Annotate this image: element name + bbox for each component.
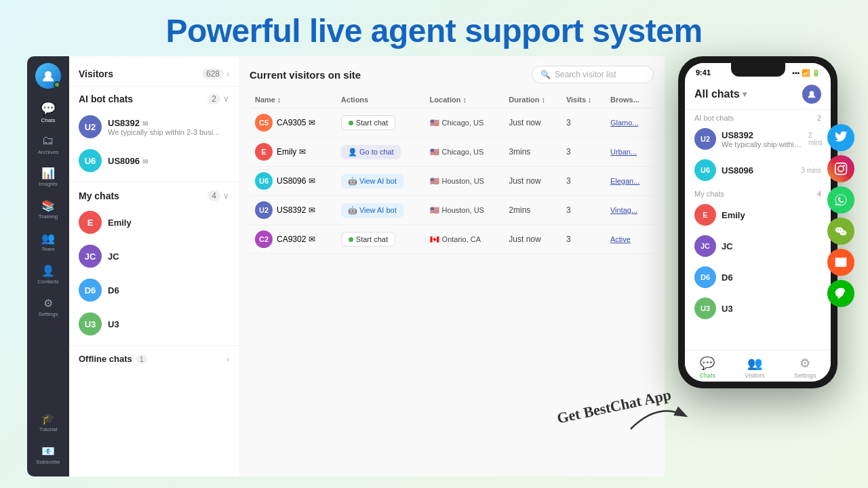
- visitors-header: Current visitors on site 🔍 Search visito…: [250, 66, 654, 83]
- view-ai-bot-button[interactable]: 🤖 View AI bot: [341, 203, 403, 218]
- search-bar[interactable]: 🔍 Search visitor list: [532, 66, 654, 83]
- svg-point-4: [843, 165, 845, 167]
- phone-list-item[interactable]: D6 D6: [685, 262, 831, 293]
- location-cell: 🇺🇸 Chicago, US: [430, 119, 498, 127]
- browser-link[interactable]: Elegan...: [610, 177, 639, 185]
- phone-chat-time: 3 mins: [802, 167, 821, 174]
- offline-chats-row[interactable]: Offline chats 1 ›: [69, 350, 239, 368]
- svg-point-6: [840, 230, 846, 236]
- status-dot: [349, 237, 353, 242]
- whatsapp-icon[interactable]: [827, 186, 854, 214]
- list-item[interactable]: U3 U3: [69, 307, 239, 341]
- phone-app-header: All chats ▾: [685, 79, 831, 110]
- list-item[interactable]: JC JC: [69, 239, 239, 273]
- sidebar-item-tutorial[interactable]: 🎓 Tutorial: [33, 407, 63, 437]
- wechat-icon[interactable]: [827, 218, 854, 245]
- line-icon[interactable]: [827, 280, 854, 307]
- ai-bot-chevron-icon: ∨: [223, 94, 229, 104]
- start-chat-button[interactable]: Start chat: [341, 232, 395, 247]
- chat-item-preview: We typically ship within 2-3 busi...: [108, 128, 229, 136]
- avatar: U3: [79, 312, 102, 336]
- phone-nav-settings[interactable]: ⚙ Settings: [794, 356, 816, 379]
- avatar: U2: [79, 115, 102, 138]
- sidebar-item-settings[interactable]: ⚙ Settings: [33, 292, 63, 322]
- svg-point-7: [837, 230, 839, 231]
- sidebar-item-contacts[interactable]: 👤 Contacts: [33, 260, 63, 289]
- visitors-label: Visitors: [79, 68, 113, 79]
- divider: [69, 86, 239, 87]
- phone-nav-visitors[interactable]: 👥 Visitors: [745, 356, 764, 379]
- browser-link[interactable]: Vintag...: [610, 206, 637, 214]
- sidebar-settings-label: Settings: [39, 311, 58, 317]
- list-item[interactable]: U6 US8096 ✉: [69, 144, 239, 178]
- phone-list-item[interactable]: U2 US8392 We typically ship within 2-3 b…: [685, 123, 831, 155]
- page-title: Powerful live agent support system: [27, 12, 841, 49]
- start-chat-button[interactable]: Start chat: [341, 115, 395, 130]
- phone-mockup: Get BestChat App 9:41 ▪▪▪ 📶 🔋: [678, 56, 841, 476]
- phone-my-chats-count: 4: [817, 190, 821, 198]
- offline-chats-label: Offline chats: [79, 354, 132, 364]
- sidebar-item-insights[interactable]: 📊 Insights: [33, 162, 63, 192]
- phone-nav-chats[interactable]: 💬 Chats: [700, 356, 716, 379]
- phone-list-item[interactable]: JC JC: [685, 230, 831, 262]
- visitor-id: US8392 ✉: [277, 205, 315, 215]
- sidebar-item-team[interactable]: 👥 Team: [33, 227, 63, 257]
- table-row: U2US8392 ✉ 🤖 View AI bot 🇺🇸 Houston, US …: [250, 196, 654, 225]
- avatar: U2: [255, 201, 273, 219]
- list-item[interactable]: E Emily: [69, 205, 239, 239]
- browser-link[interactable]: Glamo...: [610, 119, 639, 127]
- table-row: C2CA9302 ✉ Start chat 🇨🇦 Ontario, CA Jus…: [250, 225, 654, 254]
- location-cell: 🇺🇸 Houston, US: [430, 206, 498, 215]
- chat-item-text: D6: [108, 285, 229, 296]
- chat-item-name: US8096 ✉: [108, 156, 229, 166]
- visitors-chevron-icon: ›: [226, 69, 229, 79]
- list-item[interactable]: U2 US8392 ✉ We typically ship within 2-3…: [69, 110, 239, 144]
- visitor-id: US8096 ✉: [277, 176, 315, 186]
- visitor-id: Emily ✉: [277, 147, 306, 157]
- visitor-id: CA9302 ✉: [277, 235, 315, 244]
- email-icon[interactable]: [827, 249, 854, 276]
- view-ai-bot-button[interactable]: 🤖 View AI bot: [341, 174, 403, 188]
- list-item[interactable]: D6 D6: [69, 273, 239, 307]
- avatar: U3: [694, 298, 716, 319]
- chat-list-panel: Visitors 628 › AI bot chats 2 ∨ U2 US839…: [69, 56, 239, 476]
- visitor-name-cell: EEmily ✉: [255, 143, 330, 161]
- phone-list-item[interactable]: U3 U3: [685, 293, 831, 324]
- col-name: Name ↕: [250, 92, 336, 108]
- avatar: U6: [694, 159, 716, 181]
- sidebar-item-training[interactable]: 📚 Training: [33, 195, 63, 224]
- sidebar-chats-label: Chats: [41, 117, 56, 123]
- duration-cell: Just now: [503, 167, 561, 196]
- phone-chat-name: US8096: [722, 165, 796, 176]
- visitors-nav-icon: 👥: [747, 356, 762, 371]
- my-chats-left: My chats: [79, 190, 119, 201]
- main-content: 💬 Chats 🗂 Archives 📊 Insights 📚 Training…: [0, 56, 868, 476]
- browser-link[interactable]: Active: [610, 235, 631, 243]
- offline-chats-count: 1: [136, 354, 147, 364]
- sidebar: 💬 Chats 🗂 Archives 📊 Insights 📚 Training…: [27, 56, 69, 476]
- sidebar-tutorial-label: Tutorial: [39, 426, 57, 432]
- phone-list-item[interactable]: E Emily: [685, 199, 831, 230]
- phone-nav-visitors-label: Visitors: [745, 372, 764, 379]
- phone-inner: 9:41 ▪▪▪ 📶 🔋 All chats ▾: [685, 63, 831, 382]
- phone-list-item[interactable]: U6 US8096 3 mins: [685, 155, 831, 186]
- visitors-table: Name ↕ Actions Location ↕ Duration ↕ Vis…: [250, 92, 654, 254]
- browser-link[interactable]: Urban...: [610, 148, 637, 156]
- phone-time: 9:41: [696, 68, 711, 77]
- phone-chat-name: Emily: [722, 210, 821, 220]
- offline-chats-chevron-icon: ›: [226, 354, 229, 364]
- go-to-chat-button[interactable]: 👤 Go to chat: [341, 145, 401, 159]
- sidebar-item-subscribe[interactable]: 📧 Subscribe: [33, 440, 63, 470]
- avatar: D6: [694, 266, 716, 288]
- svg-point-8: [840, 230, 841, 231]
- visits-cell: 3: [561, 138, 605, 167]
- chat-item-name: D6: [108, 285, 229, 296]
- duration-cell: Just now: [503, 108, 561, 138]
- visitor-name-cell: U6US8096 ✉: [255, 172, 330, 190]
- sidebar-item-chats[interactable]: 💬 Chats: [33, 97, 63, 127]
- twitter-icon[interactable]: [827, 124, 854, 151]
- avatar: C5: [255, 114, 273, 131]
- instagram-icon[interactable]: [827, 155, 854, 182]
- visitor-name-cell: C5CA9305 ✉: [255, 114, 330, 131]
- sidebar-item-archives[interactable]: 🗂 Archives: [33, 129, 63, 159]
